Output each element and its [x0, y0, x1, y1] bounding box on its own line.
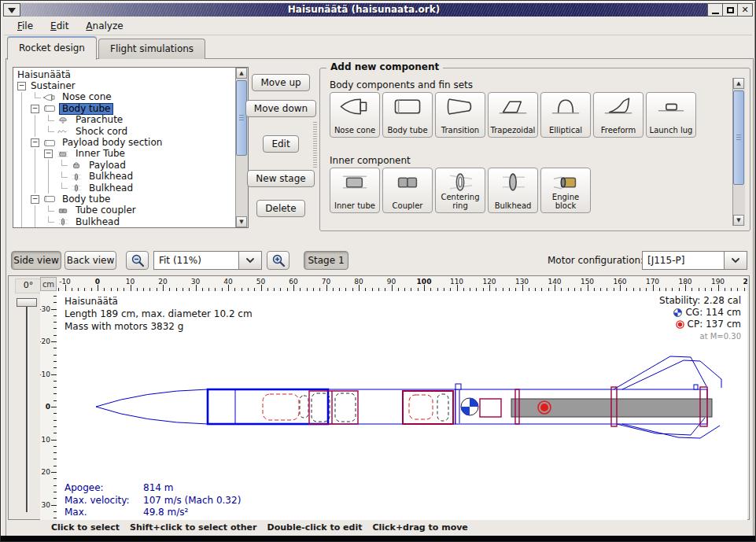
scroll-down-icon[interactable]: ▼ [236, 216, 247, 227]
rocket-canvas[interactable]: Haisunäätä Length 189 cm, max. diameter … [57, 291, 747, 520]
scroll-down-icon[interactable]: ▼ [733, 215, 744, 226]
maximize-icon [727, 7, 734, 13]
combo-arrow[interactable] [238, 251, 262, 270]
tree-item-payload-body-section[interactable]: −Payload body section [15, 137, 234, 148]
scroll-up-icon[interactable]: ▲ [236, 68, 247, 79]
menu-analyze[interactable]: Analyze [77, 19, 131, 33]
tree-item-bulkhead[interactable]: Bulkhead [15, 171, 234, 183]
menu-file[interactable]: File [9, 19, 42, 33]
tree-item-label: Bulkhead [73, 217, 122, 227]
tree-item-body-tube[interactable]: −Body tube [15, 103, 234, 114]
slider-track [26, 300, 28, 512]
edit-button[interactable]: Edit [263, 135, 298, 153]
status-hint: Click to select [51, 522, 120, 533]
tab-flight-simulations[interactable]: Flight simulations [98, 39, 205, 59]
ruler-label: 180 [678, 278, 691, 286]
add-elliptical-button[interactable]: Elliptical [540, 92, 591, 138]
add-centering-ring-button[interactable]: Centering ring [435, 168, 485, 213]
rotation-slider[interactable] [13, 297, 40, 515]
tree-item-nose-cone[interactable]: Nose cone [15, 92, 234, 103]
zoom-out-button[interactable] [126, 251, 149, 270]
add-engine-block-button[interactable]: Engine block [540, 168, 591, 213]
cg-value: CG: 114 cm [659, 307, 741, 319]
move-up-button[interactable]: Move up [252, 74, 309, 91]
ruler-label: -30 [40, 304, 50, 312]
cp-legend-icon [676, 320, 684, 329]
component-panel-scrollbar[interactable]: ▲ ▼ [732, 78, 745, 226]
back-view-button[interactable]: Back view [65, 251, 116, 270]
zoom-in-button[interactable] [267, 251, 289, 270]
ruler-label: 100 [417, 278, 432, 286]
tree-item-label: Parachute [73, 115, 125, 125]
stability-info-block: Stability: 2.28 cal CG: 114 cm CP: 137 c… [659, 295, 741, 342]
tree-item-inner-tube[interactable]: −Inner Tube [15, 149, 234, 160]
add-inner-tube-button[interactable]: Inner tube [330, 168, 380, 213]
menu-edit[interactable]: Edit [42, 19, 77, 33]
side-view-button[interactable]: Side view [11, 251, 61, 270]
scroll-up-icon[interactable]: ▲ [733, 78, 744, 89]
tree-item-payload[interactable]: Payload [15, 160, 234, 171]
combo-arrow[interactable] [724, 251, 747, 270]
zoom-level-combobox[interactable]: Fit (11%) [153, 251, 262, 270]
tab-rocket-design[interactable]: Rocket design [7, 36, 97, 60]
bulkhead-icon [69, 172, 83, 182]
tree-connector [42, 126, 55, 137]
ruler-label: 10 [42, 435, 50, 443]
tree-item-body-tube[interactable]: −Body tube [15, 194, 234, 205]
move-down-button[interactable]: Move down [245, 100, 316, 117]
add-nose-cone-button[interactable]: Nose cone [330, 92, 380, 138]
delete-button[interactable]: Delete [256, 200, 304, 217]
tree-scrollbar[interactable]: ▲ ▼ [235, 68, 248, 227]
component-scrollbar-thumb[interactable] [733, 90, 744, 185]
add-freeform-button[interactable]: Freeform [593, 92, 644, 138]
tree-item-shock-cord[interactable]: Shock cord [15, 126, 234, 137]
tree-expander[interactable]: − [42, 149, 55, 160]
payload-icon [69, 160, 83, 170]
tree-expander[interactable]: − [28, 137, 42, 148]
tree-expander[interactable]: − [28, 194, 42, 205]
menu-bar: FileEditAnalyze [4, 17, 752, 35]
rocket-mass: Mass with motors 3832 g [65, 320, 253, 333]
tree-item-haisunäätä[interactable]: Haisunäätä [15, 69, 234, 80]
splitter-handle[interactable] [313, 122, 317, 169]
tree-item-parachute[interactable]: Parachute [15, 115, 234, 126]
add-bulkhead-button[interactable]: Bulkhead [488, 168, 538, 213]
tree-guide-line [15, 171, 28, 183]
window-menu-icon[interactable] [3, 3, 20, 17]
tree-item-bulkhead[interactable]: Bulkhead [15, 216, 234, 227]
flight-stat-value: 49.8 m/s² [143, 507, 188, 520]
tree-item-tube-coupler[interactable]: Tube coupler [15, 205, 234, 216]
flight-stat-label: Max. acceleration: [65, 507, 143, 520]
tree-item-sustainer[interactable]: −Sustainer [15, 80, 234, 91]
trapezoidal-icon [496, 95, 529, 118]
tree-item-bulkhead[interactable]: Bulkhead [15, 183, 234, 194]
add-body-tube-button[interactable]: Body tube [382, 92, 433, 138]
new-stage-button[interactable]: New stage [247, 170, 314, 187]
stage-1-toggle[interactable]: Stage 1 [304, 251, 348, 270]
tree-guide-line [28, 149, 42, 160]
tree-item-label: Body tube [60, 194, 112, 205]
add-trapezoidal-button[interactable]: Trapezoidal [488, 92, 538, 138]
tree-guide-line [15, 115, 28, 126]
tree-guide-line [42, 183, 55, 194]
add-launch-lug-button[interactable]: Launch lug [646, 92, 696, 138]
parachute-icon [56, 116, 70, 125]
status-hint: Shift+click to select other [130, 522, 257, 533]
add-transition-button[interactable]: Transition [435, 92, 485, 138]
minimize-button[interactable] [708, 4, 723, 16]
ruler-label: 80 [354, 278, 363, 286]
add-coupler-button[interactable]: Coupler [382, 168, 433, 213]
tree-expander[interactable]: − [28, 103, 42, 114]
maximize-button[interactable] [723, 4, 738, 16]
title-bar[interactable]: Haisunäätä (haisunaata.ork) ✕ [3, 3, 753, 17]
flight-stat-value: 107 m/s (Mach 0.32) [143, 495, 241, 507]
tree-expander[interactable]: − [15, 80, 28, 91]
component-button-label: Body tube [387, 127, 427, 135]
cp-value: CP: 137 cm [659, 319, 741, 330]
inner-component-label: Inner component [330, 155, 411, 166]
bodytube-icon [42, 104, 57, 113]
tree-scrollbar-thumb[interactable] [236, 80, 247, 156]
motor-configuration-combobox[interactable]: [J115-P] [642, 251, 747, 270]
close-button[interactable]: ✕ [738, 4, 752, 16]
slider-handle[interactable] [17, 298, 37, 307]
